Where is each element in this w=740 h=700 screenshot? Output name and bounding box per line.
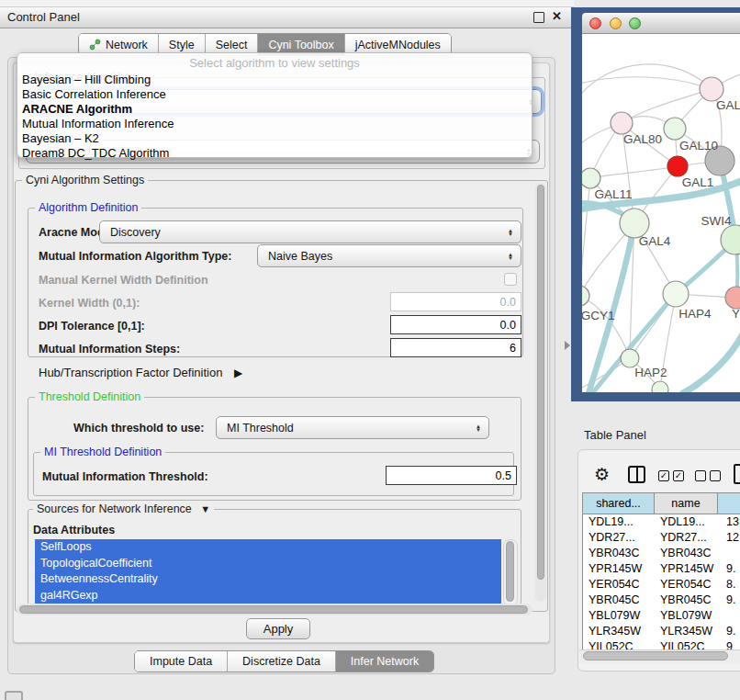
- mi-threshold-field[interactable]: [386, 466, 517, 485]
- column-header-shared-name[interactable]: shared...: [583, 493, 655, 514]
- node-label: GAL10: [679, 139, 718, 152]
- cell: YBR043C: [655, 547, 718, 562]
- screen: Control Panel ✕ Network Style Select Cyn…: [0, 0, 740, 700]
- cell: YLR345W: [655, 625, 718, 640]
- mi-steps-field[interactable]: [390, 338, 521, 357]
- node-hap4[interactable]: [663, 281, 689, 307]
- node-gal1-red[interactable]: [667, 156, 688, 176]
- new-table-icon[interactable]: [734, 464, 740, 484]
- table-row[interactable]: YBR043CYBR043C: [583, 547, 740, 562]
- node-label: Y: [732, 307, 740, 321]
- dropdown-item[interactable]: Bayesian – Hill Climbing: [17, 73, 532, 87]
- hub-definition-disclosure[interactable]: Hub/Transcription Factor Definition ▶: [39, 366, 242, 379]
- sources-group-title[interactable]: Sources for Network Inference ▼: [33, 502, 214, 515]
- aracne-mode-value: Discovery: [110, 226, 161, 239]
- table-row[interactable]: YDL19...YDL19...13: [583, 515, 740, 531]
- network-canvas[interactable]: GAL GAL80 GAL10 GAL1 GAL11 GAL4 SWI4 GCY…: [582, 34, 740, 392]
- cell: YER054C: [583, 578, 655, 593]
- attribute-item[interactable]: SelfLoops: [35, 539, 501, 556]
- attribute-item[interactable]: BetweennessCentrality: [35, 571, 501, 588]
- dpi-tolerance-field[interactable]: [390, 315, 521, 334]
- close-icon[interactable]: ✕: [550, 9, 564, 24]
- cell: YLR345W: [583, 625, 655, 640]
- node-label: SWI4: [701, 214, 731, 228]
- panel-splitter-grip[interactable]: [565, 341, 570, 350]
- attribute-list-scrollbar-thumb[interactable]: [506, 541, 514, 602]
- which-threshold-combo[interactable]: MI Threshold ▲▼: [216, 416, 489, 439]
- close-traffic-light-icon[interactable]: [589, 17, 601, 29]
- tab-label: Discretize Data: [242, 655, 320, 668]
- manual-kernel-width-checkbox: [504, 273, 517, 286]
- node-gal11[interactable]: [582, 168, 600, 188]
- dropdown-item[interactable]: Dream8 DC_TDC Algorithm: [17, 146, 532, 161]
- column-header-label: shared...: [596, 497, 641, 510]
- mi-algorithm-type-combo[interactable]: Naive Bayes ▲▼: [257, 244, 521, 267]
- zoom-traffic-light-icon[interactable]: [629, 17, 641, 29]
- table-row[interactable]: YPR145WYPR145W9.: [583, 562, 740, 578]
- tab-infer-network[interactable]: Infer Network: [336, 651, 433, 672]
- window-top-strip: [0, 0, 574, 6]
- table-panel-title: Table Panel: [584, 428, 646, 442]
- hub-definition-label: Hub/Transcription Factor Definition: [39, 366, 222, 379]
- table-horizontal-scrollbar-thumb[interactable]: [583, 651, 728, 660]
- tab-label: Select: [216, 39, 248, 51]
- apply-button[interactable]: Apply: [246, 618, 310, 639]
- node-hap2[interactable]: [621, 349, 639, 367]
- settings-vertical-scrollbar-thumb[interactable]: [537, 185, 544, 580]
- table-row[interactable]: YLR345WYLR345W9.: [583, 625, 740, 640]
- dropdown-item[interactable]: Basic Correlation Inference: [17, 87, 532, 102]
- tab-label: Infer Network: [351, 655, 419, 668]
- node-label: GAL11: [594, 187, 632, 201]
- column-header-name[interactable]: name: [655, 493, 718, 514]
- aracne-mode-combo[interactable]: Discovery ▲▼: [99, 220, 521, 243]
- combo-arrows-icon: ▲▼: [508, 228, 513, 236]
- dpi-tolerance-label: DPI Tolerance [0,1]:: [39, 320, 145, 333]
- float-window-icon[interactable]: [533, 12, 544, 23]
- data-attributes-list: SelfLoops TopologicalCoefficient Between…: [35, 539, 501, 604]
- mi-algorithm-type-label: Mutual Information Algorithm Type:: [39, 250, 231, 263]
- attribute-item[interactable]: TopologicalCoefficient: [35, 556, 501, 572]
- cell: YDR27...: [583, 531, 655, 547]
- node-table: shared... name YDL19...YDL19...13 YDR27.…: [582, 492, 740, 655]
- cell: YBR043C: [583, 547, 655, 562]
- tab-discretize-data[interactable]: Discretize Data: [228, 651, 336, 672]
- table-row[interactable]: YER054CYER054C8.: [583, 578, 740, 593]
- cyni-algorithm-settings-title: Cyni Algorithm Settings: [22, 174, 148, 186]
- unchecked-checkbox-icon[interactable]: [710, 470, 721, 481]
- collapsed-panel-button[interactable]: [5, 691, 23, 700]
- mi-threshold-group-title: MI Threshold Definition: [40, 446, 165, 458]
- minimize-traffic-light-icon[interactable]: [610, 17, 622, 29]
- node-salmon[interactable]: [725, 287, 740, 309]
- cell: [718, 609, 740, 625]
- column-header-partial[interactable]: [718, 493, 740, 514]
- node-label: GCY1: [582, 309, 614, 322]
- checked-checkbox-icon[interactable]: ✓: [673, 470, 684, 481]
- unchecked-checkbox-icon[interactable]: [695, 470, 706, 481]
- table-row[interactable]: YBL079WYBL079W: [583, 609, 740, 625]
- settings-horizontal-scrollbar-thumb[interactable]: [19, 605, 528, 614]
- checked-checkbox-icon[interactable]: ✓: [658, 470, 669, 481]
- split-columns-icon[interactable]: [628, 466, 645, 483]
- gear-icon[interactable]: ⚙: [594, 464, 610, 485]
- cell: YDL19...: [583, 515, 655, 531]
- node-label: HAP2: [634, 366, 667, 379]
- attribute-item[interactable]: gal4RGexp: [35, 588, 501, 604]
- network-window-titlebar[interactable]: [582, 13, 740, 34]
- dropdown-item[interactable]: Bayesian – K2: [17, 131, 532, 146]
- dropdown-item[interactable]: Mutual Information Inference: [17, 117, 532, 131]
- cell: YBR045C: [655, 593, 718, 609]
- mi-algorithm-type-value: Naive Bayes: [268, 250, 332, 263]
- node-gal80[interactable]: [611, 112, 633, 134]
- node-gal10[interactable]: [664, 118, 686, 140]
- threshold-definition-title: Threshold Definition: [35, 390, 144, 403]
- table-row[interactable]: YBR045CYBR045C9.: [583, 593, 740, 609]
- network-view[interactable]: GAL GAL80 GAL10 GAL1 GAL11 GAL4 SWI4 GCY…: [582, 34, 740, 392]
- bottom-tabs: Impute Data Discretize Data Infer Networ…: [134, 650, 434, 672]
- node-gcy1[interactable]: [582, 286, 589, 306]
- table-row[interactable]: YDR27...YDR27...12: [583, 531, 740, 547]
- cell: YER054C: [655, 578, 718, 593]
- node-bottom-small[interactable]: [652, 381, 668, 392]
- dropdown-item-selected[interactable]: ARACNE Algorithm: [17, 102, 532, 117]
- node-label: GAL: [716, 98, 740, 112]
- tab-impute-data[interactable]: Impute Data: [135, 651, 228, 672]
